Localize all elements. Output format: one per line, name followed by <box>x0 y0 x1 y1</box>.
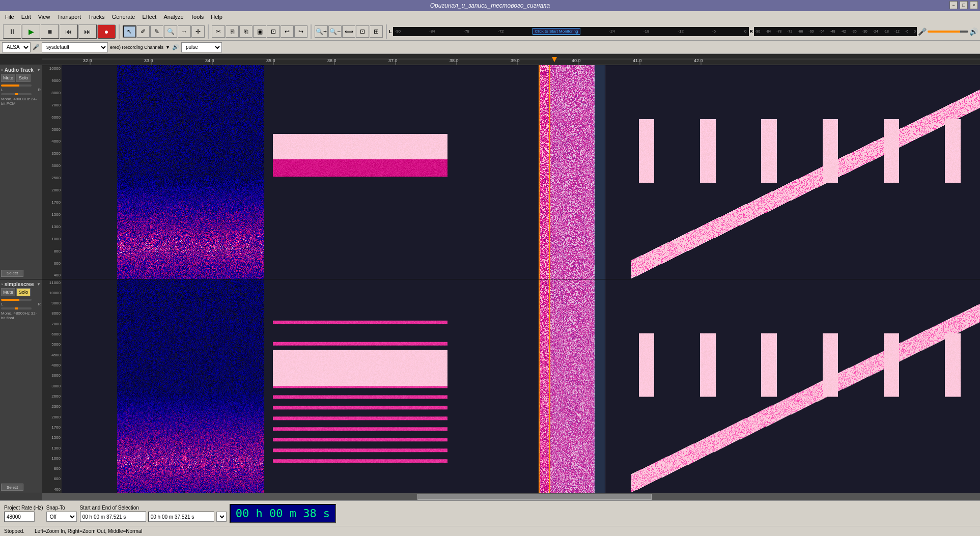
track1-canvas <box>62 65 980 279</box>
zoom-tool[interactable]: 🔍 <box>164 25 177 38</box>
channel-arrow[interactable]: ▼ <box>165 45 170 50</box>
menu-edit[interactable]: Edit <box>18 13 34 21</box>
track1-solo[interactable]: Solo <box>16 74 31 82</box>
input-meter-left[interactable]: -90 -84 -78 -72 Click to Start Monitorin… <box>393 27 749 36</box>
track2-solo[interactable]: Solo <box>16 288 31 296</box>
track2-mute[interactable]: Mute <box>1 288 15 296</box>
track2-selection <box>549 279 606 493</box>
menu-view[interactable]: View <box>35 13 53 21</box>
pause-button[interactable]: ⏸ <box>3 24 21 39</box>
menu-file[interactable]: File <box>2 13 17 21</box>
api-select[interactable]: ALSA <box>2 42 31 52</box>
window-title: Оригинал_и_запись_тестового_сигнала <box>430 2 550 9</box>
select-tool[interactable]: ↖ <box>123 25 136 38</box>
track1-select[interactable]: Select <box>1 270 23 277</box>
paste-button[interactable]: ⎗ <box>239 25 253 38</box>
playhead-marker <box>552 54 557 65</box>
track2-pan[interactable] <box>1 307 32 309</box>
track2-arrow[interactable]: ▼ <box>37 282 41 287</box>
selection-end-input[interactable] <box>148 512 214 522</box>
track2-select[interactable]: Select <box>1 484 23 491</box>
toolbar-main: ⏸ ▶ ■ ⏮ ⏭ ● ↖ ✐ ✎ 🔍 ↔ ✛ ✂ ⎘ ⎗ ▣ ⊡ ↩ ↪ <box>0 22 980 41</box>
svg-text:34.0: 34.0 <box>205 58 214 63</box>
divider1 <box>119 24 120 39</box>
track1-spectrogram[interactable]: 10000900080007000 6000500040003500 30002… <box>42 65 980 279</box>
envelope-tool[interactable]: ✐ <box>136 25 150 38</box>
track-panel-2: × simplescree ▼ Mute Solo L R Mono, 4800… <box>0 279 42 493</box>
menu-generate[interactable]: Generate <box>109 13 138 21</box>
track2-close[interactable]: × <box>1 282 4 287</box>
title-buttons: − □ × <box>949 1 978 9</box>
trim-button[interactable]: ▣ <box>253 25 266 38</box>
svg-text:38.0: 38.0 <box>450 58 459 63</box>
track1-close[interactable]: × <box>1 68 4 72</box>
selection-dropdown[interactable]: ▼ <box>216 512 227 522</box>
zoom-section: 🔍+ 🔍− ⟺ ⊡ ⊞ <box>314 25 384 38</box>
undo-button[interactable]: ↩ <box>281 25 294 38</box>
track2-info: Mono, 48000Hz 32-bit float <box>1 311 41 320</box>
cut-button[interactable]: ✂ <box>212 25 225 38</box>
prev-button[interactable]: ⏮ <box>60 24 78 39</box>
menu-help[interactable]: Help <box>208 13 226 21</box>
edit-section: ✂ ⎘ ⎗ ▣ ⊡ ↩ ↪ <box>211 25 309 38</box>
track1-arrow[interactable]: ▼ <box>37 68 41 72</box>
output-device-select[interactable]: pulse <box>181 42 222 52</box>
next-button[interactable]: ⏭ <box>78 24 97 39</box>
play-button[interactable]: ▶ <box>22 24 40 39</box>
timeshift-tool[interactable]: ↔ <box>178 25 191 38</box>
multi-tool[interactable]: ✛ <box>191 25 205 38</box>
menu-analyze[interactable]: Analyze <box>160 13 186 21</box>
track1-yaxis: 10000900080007000 6000500040003500 30002… <box>42 65 62 279</box>
divider3 <box>311 24 312 39</box>
track-row-1: × Audio Track ▼ Mute Solo L R Mono, 4800… <box>0 65 980 279</box>
record-button[interactable]: ● <box>97 24 116 39</box>
snap-select[interactable]: Off Nearest <box>46 512 77 522</box>
time-ruler: 32.0 33.0 34.0 35.0 36.0 37.0 38.0 39.0 … <box>0 54 980 65</box>
svg-text:42.0: 42.0 <box>694 58 703 63</box>
svg-text:37.0: 37.0 <box>388 58 398 63</box>
ruler-svg: 32.0 33.0 34.0 35.0 36.0 37.0 38.0 39.0 … <box>42 54 980 65</box>
track1-pan[interactable] <box>1 93 32 95</box>
output-meter[interactable]: -90-84-78-72-66-60-54-48-42-36-30-24-18-… <box>754 27 917 36</box>
redo-button[interactable]: ↪ <box>294 25 307 38</box>
maximize-button[interactable]: □ <box>960 1 968 9</box>
track1-mute[interactable]: Mute <box>1 74 15 82</box>
h-scrollbar[interactable] <box>42 493 980 500</box>
menu-tracks[interactable]: Tracks <box>85 13 108 21</box>
speaker-small-icon: 🔊 <box>172 44 179 50</box>
zoom-out-button[interactable]: 🔍− <box>328 25 342 38</box>
app: Оригинал_и_запись_тестового_сигнала − □ … <box>0 0 980 536</box>
scrollbar-thumb[interactable] <box>417 494 652 500</box>
minimize-button[interactable]: − <box>949 1 958 9</box>
track1-info: Mono, 48000Hz 24-bit PCM <box>1 97 41 106</box>
close-button[interactable]: × <box>970 1 978 9</box>
track1-gain[interactable] <box>1 84 32 87</box>
zoom-fit-button[interactable]: ⊡ <box>356 25 369 38</box>
track2-gain[interactable] <box>1 299 32 301</box>
track2-playhead <box>549 279 550 493</box>
menu-tools[interactable]: Tools <box>188 13 207 21</box>
mic-small-icon: 🎤 <box>33 44 40 50</box>
input-meter-area: L -90 -84 -78 -72 Click to Start Monitor… <box>389 27 978 36</box>
menu-transport[interactable]: Transport <box>54 13 84 21</box>
stop-button[interactable]: ■ <box>41 24 59 39</box>
zoom-in-button[interactable]: 🔍+ <box>315 25 328 38</box>
track-panel-1: × Audio Track ▼ Mute Solo L R Mono, 4800… <box>0 65 42 279</box>
silence-button[interactable]: ⊡ <box>267 25 280 38</box>
project-rate-input[interactable] <box>4 512 35 522</box>
input-device-select[interactable]: sysdefault <box>42 42 108 52</box>
divider2 <box>208 24 209 39</box>
left-label: L <box>389 29 392 34</box>
draw-tool[interactable]: ✎ <box>150 25 163 38</box>
svg-text:39.0: 39.0 <box>511 58 520 63</box>
menu-effect[interactable]: Effect <box>139 13 160 21</box>
monitor-button[interactable]: Click to Start Monitoring <box>533 28 581 35</box>
selection-start-input[interactable] <box>80 512 146 522</box>
copy-button[interactable]: ⎘ <box>226 25 239 38</box>
zoom-full-button[interactable]: ⊞ <box>370 25 383 38</box>
track2-canvas <box>62 279 980 493</box>
volume-slider[interactable] <box>928 31 968 33</box>
zoom-sel-button[interactable]: ⟺ <box>342 25 355 38</box>
track2-spectrogram[interactable]: 110001000090008000 7000600050004500 4000… <box>42 279 980 493</box>
hint-text: Left=Zoom In, Right=Zoom Out, Middle=Nor… <box>35 528 142 534</box>
